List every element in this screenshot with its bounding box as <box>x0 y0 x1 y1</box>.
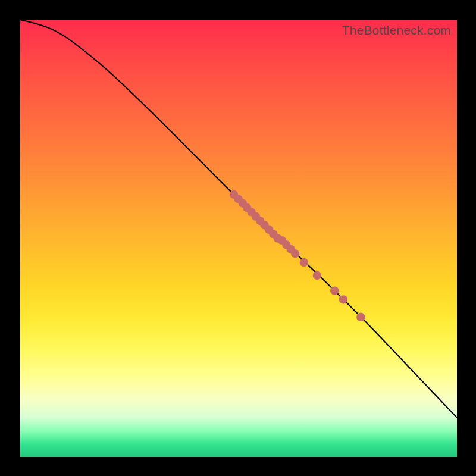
sample-point <box>356 313 365 321</box>
sample-points-group <box>230 190 365 321</box>
chart-frame: TheBottleneck.com <box>0 0 476 476</box>
sample-point <box>313 271 321 280</box>
sample-point <box>291 249 299 258</box>
sample-point <box>330 287 339 295</box>
plot-area: TheBottleneck.com <box>20 20 457 457</box>
sample-point <box>300 258 308 267</box>
chart-svg <box>20 20 457 457</box>
sample-point <box>339 295 347 303</box>
bottleneck-curve <box>20 20 457 418</box>
